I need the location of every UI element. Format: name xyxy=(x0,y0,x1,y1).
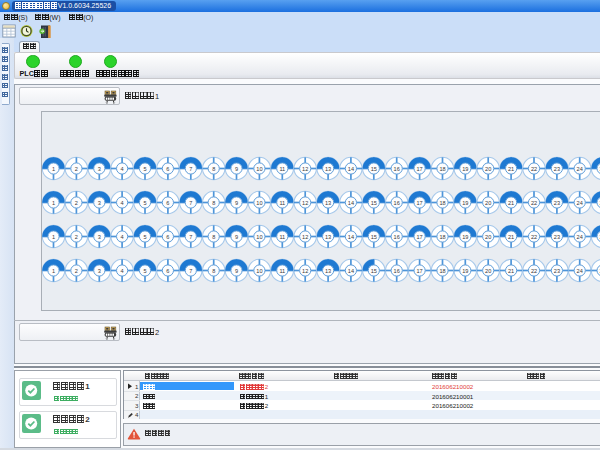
svg-text:14: 14 xyxy=(347,268,353,274)
svg-text:16: 16 xyxy=(393,234,399,240)
svg-text:18: 18 xyxy=(439,268,445,274)
svg-text:16: 16 xyxy=(393,268,399,274)
svg-text:22: 22 xyxy=(530,200,536,206)
svg-text:17: 17 xyxy=(416,268,422,274)
svg-text:3: 3 xyxy=(97,268,100,274)
svg-text:24: 24 xyxy=(576,200,582,206)
svg-text:12: 12 xyxy=(302,234,308,240)
svg-text:2: 2 xyxy=(74,200,77,206)
svg-text:10: 10 xyxy=(256,166,262,172)
svg-text:18: 18 xyxy=(439,234,445,240)
svg-text:10: 10 xyxy=(256,234,262,240)
svg-text:7: 7 xyxy=(189,200,192,206)
svg-text:1: 1 xyxy=(51,200,54,206)
svg-text:23: 23 xyxy=(553,166,559,172)
svg-text:20: 20 xyxy=(485,166,491,172)
svg-text:23: 23 xyxy=(553,234,559,240)
svg-text:22: 22 xyxy=(530,268,536,274)
svg-text:15: 15 xyxy=(370,200,376,206)
svg-text:4: 4 xyxy=(120,234,123,240)
svg-text:6: 6 xyxy=(166,200,169,206)
svg-text:17: 17 xyxy=(416,166,422,172)
svg-text:22: 22 xyxy=(530,234,536,240)
svg-text:18: 18 xyxy=(439,166,445,172)
svg-text:22: 22 xyxy=(530,166,536,172)
svg-text:4: 4 xyxy=(120,200,123,206)
svg-text:5: 5 xyxy=(143,268,146,274)
svg-text:13: 13 xyxy=(324,200,330,206)
svg-text:2: 2 xyxy=(74,234,77,240)
svg-text:7: 7 xyxy=(189,268,192,274)
svg-text:15: 15 xyxy=(370,234,376,240)
svg-text:5: 5 xyxy=(143,234,146,240)
svg-text:11: 11 xyxy=(279,268,285,274)
svg-text:17: 17 xyxy=(416,200,422,206)
svg-text:11: 11 xyxy=(279,200,285,206)
svg-text:9: 9 xyxy=(234,200,237,206)
svg-text:4: 4 xyxy=(120,268,123,274)
svg-text:11: 11 xyxy=(279,234,285,240)
svg-text:16: 16 xyxy=(393,166,399,172)
svg-text:19: 19 xyxy=(462,268,468,274)
svg-text:9: 9 xyxy=(234,268,237,274)
svg-text:2: 2 xyxy=(74,268,77,274)
svg-text:4: 4 xyxy=(120,166,123,172)
svg-text:1: 1 xyxy=(51,268,54,274)
svg-text:15: 15 xyxy=(370,166,376,172)
svg-text:19: 19 xyxy=(462,200,468,206)
svg-text:24: 24 xyxy=(576,268,582,274)
svg-text:8: 8 xyxy=(212,268,215,274)
svg-text:21: 21 xyxy=(507,268,513,274)
svg-text:11: 11 xyxy=(279,166,285,172)
svg-text:20: 20 xyxy=(485,234,491,240)
svg-text:13: 13 xyxy=(324,166,330,172)
svg-text:13: 13 xyxy=(324,234,330,240)
svg-text:2: 2 xyxy=(74,166,77,172)
svg-text:24: 24 xyxy=(576,166,582,172)
svg-text:24: 24 xyxy=(576,234,582,240)
svg-text:9: 9 xyxy=(234,166,237,172)
svg-text:1: 1 xyxy=(51,234,54,240)
svg-text:18: 18 xyxy=(439,200,445,206)
svg-text:3: 3 xyxy=(97,200,100,206)
svg-text:8: 8 xyxy=(212,234,215,240)
svg-text:12: 12 xyxy=(302,268,308,274)
svg-text:17: 17 xyxy=(416,234,422,240)
svg-text:15: 15 xyxy=(370,268,376,274)
svg-text:5: 5 xyxy=(143,200,146,206)
svg-text:14: 14 xyxy=(347,234,353,240)
svg-text:19: 19 xyxy=(462,234,468,240)
svg-text:20: 20 xyxy=(485,200,491,206)
svg-text:6: 6 xyxy=(166,166,169,172)
svg-text:5: 5 xyxy=(143,166,146,172)
svg-text:7: 7 xyxy=(189,234,192,240)
svg-text:20: 20 xyxy=(485,268,491,274)
svg-text:8: 8 xyxy=(212,200,215,206)
svg-text:23: 23 xyxy=(553,268,559,274)
svg-text:12: 12 xyxy=(302,166,308,172)
svg-text:10: 10 xyxy=(256,200,262,206)
svg-text:21: 21 xyxy=(507,166,513,172)
svg-text:13: 13 xyxy=(324,268,330,274)
svg-text:14: 14 xyxy=(347,166,353,172)
svg-text:6: 6 xyxy=(166,268,169,274)
svg-text:12: 12 xyxy=(302,200,308,206)
svg-text:14: 14 xyxy=(347,200,353,206)
svg-text:19: 19 xyxy=(462,166,468,172)
svg-text:8: 8 xyxy=(212,166,215,172)
svg-text:6: 6 xyxy=(166,234,169,240)
svg-text:21: 21 xyxy=(507,234,513,240)
svg-text:7: 7 xyxy=(189,166,192,172)
svg-text:3: 3 xyxy=(97,166,100,172)
svg-text:16: 16 xyxy=(393,200,399,206)
svg-text:1: 1 xyxy=(51,166,54,172)
svg-text:9: 9 xyxy=(234,234,237,240)
svg-text:23: 23 xyxy=(553,200,559,206)
svg-text:21: 21 xyxy=(507,200,513,206)
svg-text:3: 3 xyxy=(97,234,100,240)
svg-text:10: 10 xyxy=(256,268,262,274)
